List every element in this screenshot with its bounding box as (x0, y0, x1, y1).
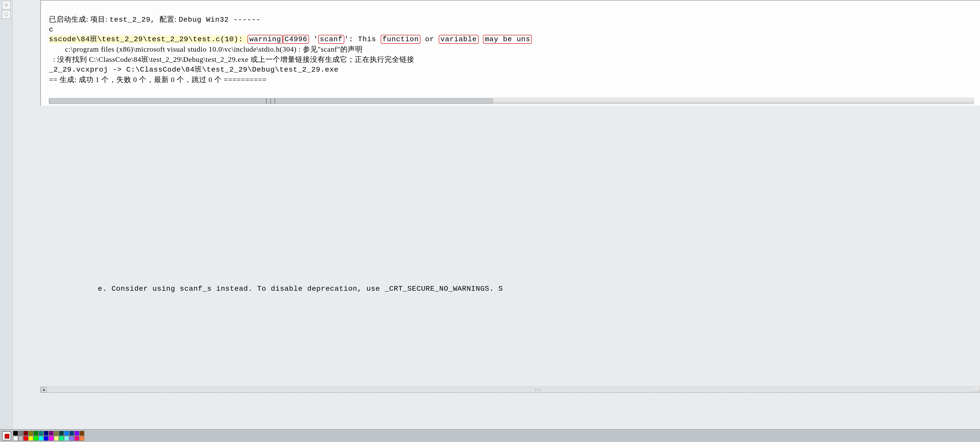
warning-token: warning (248, 35, 283, 44)
scroll-left-arrow-icon[interactable]: ◀ (41, 387, 46, 393)
bottom-scrollbar-grip-icon: ||| (535, 388, 541, 391)
palette-swatch[interactable] (29, 436, 33, 441)
tok-mid4 (479, 35, 483, 43)
palette-swatch[interactable] (75, 431, 79, 436)
palette-swatch[interactable] (33, 431, 38, 436)
output-lines[interactable]: 已启动生成: 项目: test_2_29, 配置: Debug Win32 --… (45, 0, 980, 96)
palette-swatch[interactable] (23, 436, 28, 441)
output-line-4: c:\program files (x86)\microsoft visual … (49, 45, 363, 53)
output-line-1d: Debug Win32 ------ (179, 16, 261, 24)
color-palette-bar (0, 429, 980, 442)
palette-swatch[interactable] (80, 431, 84, 436)
variable-token: variable (439, 35, 479, 44)
output-line-1a: 已启动生成: 项目: (49, 15, 110, 23)
palette-grid (13, 431, 84, 441)
palette-swatch[interactable] (69, 431, 74, 436)
palette-swatch[interactable] (44, 431, 48, 436)
palette-swatch[interactable] (18, 436, 23, 441)
scrollbar-thumb[interactable]: ||| (49, 98, 493, 103)
output-line-1b: test_2_29, (110, 16, 159, 24)
output-line-2: c (49, 25, 53, 33)
output-line-3-path: sscode\84班\test_2_29\test_2_29\test.c(10… (49, 35, 248, 43)
palette-swatch[interactable] (49, 431, 54, 436)
palette-swatch[interactable] (69, 436, 74, 441)
tok-mid1: ' (309, 35, 318, 43)
output-line-7: == 生成: 成功 1 个，失败 0 个，最新 0 个，跳过 0 个 =====… (49, 76, 267, 84)
build-output-panel: 已启动生成: 项目: test_2_29, 配置: Debug Win32 --… (40, 0, 980, 106)
output-line-6: _2_29.vcxproj -> C:\ClassCode\84班\test_2… (49, 66, 339, 74)
bottom-horizontal-scrollbar[interactable]: ◀ ||| (40, 387, 980, 393)
bottom-scrollbar-thumb[interactable]: ||| (47, 387, 974, 392)
palette-swatch[interactable] (54, 431, 59, 436)
palette-swatch[interactable] (13, 436, 18, 441)
bottom-scroll-area: ◀ ||| (40, 387, 980, 393)
palette-swatch[interactable] (33, 436, 38, 441)
tok-mid2: ': This (344, 35, 381, 43)
scrollbar-grip-icon: ||| (264, 98, 277, 105)
palette-swatch[interactable] (54, 436, 59, 441)
palette-swatch[interactable] (80, 436, 84, 441)
function-token: function (381, 35, 420, 44)
palette-swatch[interactable] (39, 436, 43, 441)
palette-swatch[interactable] (59, 431, 64, 436)
current-color-swatch[interactable] (2, 431, 11, 440)
palette-swatch[interactable] (13, 431, 18, 436)
tool-icon-1[interactable]: □ (2, 1, 11, 10)
palette-swatch[interactable] (59, 436, 64, 441)
maybe-unsafe-token: may be uns (483, 35, 532, 44)
scanf-token: scanf (318, 35, 344, 44)
wrapped-warning-continuation: e. Consider using scanf_s instead. To di… (98, 285, 503, 293)
palette-swatch[interactable] (23, 431, 28, 436)
left-tool-strip: □ 〇 (0, 0, 13, 442)
palette-swatch[interactable] (64, 436, 69, 441)
palette-swatch[interactable] (29, 431, 33, 436)
palette-swatch[interactable] (39, 431, 43, 436)
palette-swatch[interactable] (75, 436, 79, 441)
tok-mid3: or (420, 35, 439, 43)
palette-swatch[interactable] (18, 431, 23, 436)
output-horizontal-scrollbar[interactable]: ||| (49, 98, 974, 104)
palette-swatch[interactable] (44, 436, 48, 441)
palette-swatch[interactable] (49, 436, 54, 441)
output-line-5: : 没有找到 C:\ClassCode\84班\test_2_29\Debug\… (49, 55, 414, 63)
tool-icon-2[interactable]: 〇 (2, 10, 11, 19)
output-line-1c: 配置: (159, 15, 179, 23)
warning-code: C4996 (283, 35, 309, 44)
palette-swatch[interactable] (64, 431, 69, 436)
